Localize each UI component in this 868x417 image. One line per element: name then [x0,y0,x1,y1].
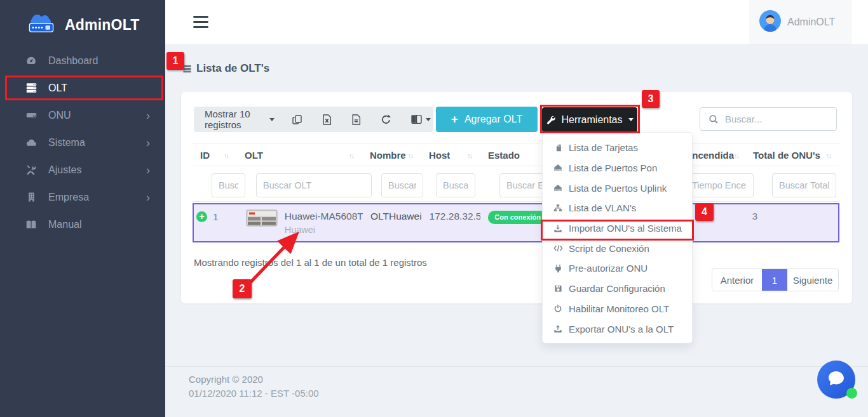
menu-item-exportar-onus-a-la-olt[interactable]: Exportar ONU's a la OLT [543,319,692,339]
sidebar-item-manual[interactable]: Manual [0,211,165,238]
page-length-label: Mostrar 10 registros [205,109,264,130]
table-header-row: ID ↑↓ OLT ↑↓ Nombre ↑↓ Host ↑↓ Estado ↑↓… [193,143,839,166]
sidebar-item-label: ONU [48,110,71,121]
olt-table-card: Mostrar 10 registros [181,92,852,303]
sidebar-item-empresa[interactable]: Empresa › [0,183,165,211]
avatar [759,10,781,34]
dashboard-icon [24,55,38,67]
caret-down-icon [426,118,431,121]
caret-down-icon [628,118,634,121]
sidebar-item-label: Empresa [48,192,89,203]
plus-icon: + [451,112,458,126]
page-length-select[interactable]: Mostrar 10 registros [194,109,275,130]
sidebar-item-olt[interactable]: OLT [0,74,165,102]
brand-name: AdminOLT [65,17,139,34]
tools-label: Herramientas [561,114,622,126]
column-header-id[interactable]: ID ↑↓ [193,143,237,167]
device-icon [24,109,38,121]
add-olt-label: Agregar OLT [465,114,522,125]
copy-button[interactable] [290,112,305,128]
cell-olt-name: Huawei-MA5608T [285,211,363,222]
menu-item-habilitar-monitoreo-olt[interactable]: Habilitar Monitoreo OLT [543,299,692,319]
pagination-next-button[interactable]: Siguiente [787,269,838,291]
filter-tiempo-input[interactable] [685,173,754,197]
pdf-export-button[interactable] [349,112,363,128]
tools-dropdown-menu: Lista de Tarjetas Lista de Puertos Pon L… [542,132,693,343]
column-header-host[interactable]: Host ↑↓ [421,143,480,167]
column-header-olt[interactable]: OLT ↑↓ [237,143,362,167]
power-icon [553,304,563,313]
ethernet-icon [553,164,563,172]
plug-icon [553,264,563,273]
menu-toggle-button[interactable] [193,16,208,31]
menu-item-script-de-conexion[interactable]: Script de Conexión [543,238,692,258]
sitemap-icon [553,204,563,212]
add-olt-button[interactable]: + Agregar OLT [436,107,538,132]
sort-icon[interactable]: ↑↓ [224,152,228,159]
sidebar-item-dashboard[interactable]: Dashboard [0,47,165,74]
ethernet-icon [553,184,563,192]
menu-item-lista-de-tarjetas[interactable]: Lista de Tarjetas [543,138,692,158]
footer: Copyright © 2020 01/12/2020 11:12 - EST … [165,366,868,417]
column-header-nombre[interactable]: Nombre ↑↓ [362,143,421,167]
menu-item-pre-autorizar-onu[interactable]: Pre-autorizar ONU [543,258,692,279]
excel-export-button[interactable] [320,112,334,128]
filter-olt-input[interactable] [256,173,372,197]
code-icon [553,244,563,252]
chevron-right-icon: › [146,137,150,149]
user-menu[interactable]: AdminOLT [749,0,852,44]
sort-icon[interactable]: ↑↓ [349,152,353,159]
table-row[interactable]: + 1 Huawei-MA5608T [193,203,839,242]
column-visibility-button[interactable] [409,112,433,127]
user-name: AdminOLT [787,17,835,28]
upload-icon [553,324,563,333]
sidebar-item-sistema[interactable]: Sistema › [0,129,165,156]
building-icon [24,192,38,202]
search-input[interactable] [725,114,827,124]
cell-nombre: OLTHuawei [363,204,422,241]
tools-dropdown-button[interactable]: Herramientas [542,107,637,132]
sidebar-item-ajustes[interactable]: Ajustes › [0,156,165,183]
pagination-current-page[interactable]: 1 [762,269,787,291]
column-header-total-onus[interactable]: Total de ONU's ↑↓ [745,143,839,167]
table-info-text: Mostrando registros del 1 al 1 de un tot… [194,257,427,268]
status-badge: Con conexión [488,211,547,224]
pagination: Anterior 1 Siguiente [712,268,839,291]
page-title-row: Lista de OLT's [182,62,269,75]
cloud-icon [24,136,38,149]
export-buttons [290,112,433,128]
chevron-right-icon: › [146,110,150,121]
book-icon [24,219,38,230]
sd-card-icon [553,143,563,152]
chat-bubble-icon [827,369,846,390]
filter-nombre-input[interactable] [381,173,423,197]
tools-icon [24,164,38,176]
sidebar-item-onu[interactable]: ONU › [0,102,165,129]
table-toolbar: Mostrar 10 registros [194,107,433,132]
sidebar: AdminOLT Dashboard OLT [0,0,165,417]
filter-total-input[interactable] [772,173,836,197]
server-icon [182,64,192,74]
sort-icon[interactable]: ↑↓ [467,152,471,159]
refresh-button[interactable] [378,112,394,128]
sort-icon[interactable]: ↑↓ [826,152,831,159]
sidebar-item-label: Sistema [48,137,85,149]
filter-host-input[interactable] [436,173,475,197]
copyright-text: Copyright © 2020 [189,374,263,385]
sort-icon[interactable]: ↑↓ [734,152,738,159]
menu-item-lista-de-puertos-uplink[interactable]: Lista de Puertos Uplink [543,178,692,198]
filter-id-input[interactable] [212,173,245,197]
menu-item-guardar-configuracion[interactable]: Guardar Configuración [543,279,692,299]
save-icon [553,284,563,293]
sidebar-item-label: Manual [48,219,81,230]
menu-item-lista-de-puertos-pon[interactable]: Lista de Puertos Pon [543,158,692,178]
sort-icon[interactable]: ↑↓ [408,152,412,159]
sidebar-item-label: Dashboard [48,55,98,67]
wrench-icon [546,115,555,124]
sidebar-item-label: OLT [48,83,67,94]
menu-item-importar-onus-al-sistema[interactable]: Importar ONU's al Sistema [543,218,692,239]
brand[interactable]: AdminOLT [0,0,165,47]
pagination-previous-button[interactable]: Anterior [712,269,762,291]
expand-row-button[interactable]: + [196,211,207,222]
menu-item-lista-de-vlans[interactable]: Lista de VLAN's [543,198,692,218]
